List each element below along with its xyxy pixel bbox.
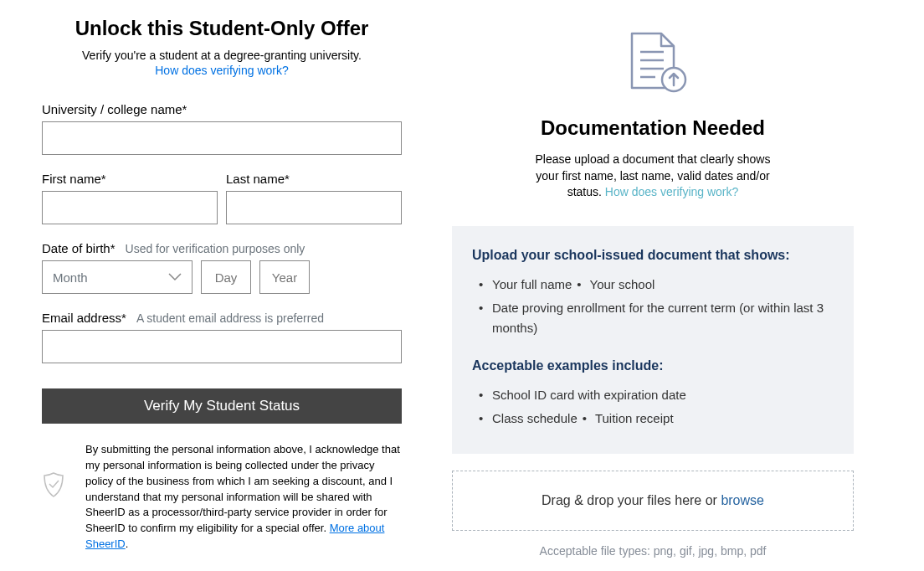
requirements-box: Upload your school-issued document that … <box>452 226 854 454</box>
email-input[interactable] <box>42 330 402 363</box>
shield-icon <box>42 471 67 502</box>
first-name-group: First name* <box>42 172 218 224</box>
verify-form: Unlock this Student-Only Offer Verify yo… <box>42 17 402 554</box>
disclaimer-row: By submitting the personal information a… <box>42 442 402 553</box>
dob-hint: Used for verification purposes only <box>126 242 305 255</box>
example-item: Class schedule• Tuition receipt <box>492 409 834 429</box>
email-hint: A student email address is preferred <box>136 311 324 325</box>
page-title: Unlock this Student-Only Offer <box>42 17 402 40</box>
doc-title: Documentation Needed <box>541 116 765 140</box>
examples-list: School ID card with expiration date Clas… <box>472 385 834 429</box>
month-select[interactable]: Month <box>42 260 192 294</box>
dob-label: Date of birth* <box>42 241 116 255</box>
last-name-input[interactable] <box>226 191 402 224</box>
university-group: University / college name* <box>42 102 402 155</box>
university-input[interactable] <box>42 121 402 155</box>
last-name-group: Last name* <box>226 172 402 224</box>
dob-group: Date of birth* Used for verification pur… <box>42 241 402 294</box>
browse-link[interactable]: browse <box>721 493 764 507</box>
page-subtitle: Verify you're a student at a degree-gran… <box>42 49 402 62</box>
last-name-label: Last name* <box>226 172 402 186</box>
dropzone-text: Drag & drop your files here or <box>542 493 721 507</box>
day-input[interactable] <box>201 260 251 294</box>
how-verifying-link[interactable]: How does verifying work? <box>42 64 402 77</box>
req-item: Date proving enrollment for the current … <box>492 298 834 338</box>
year-input[interactable] <box>259 260 310 294</box>
examples-heading: Acceptable examples include: <box>472 358 834 373</box>
month-placeholder: Month <box>53 270 88 285</box>
disclaimer-text: By submitting the personal information a… <box>77 442 402 553</box>
req-list: Your full name• Your school Date proving… <box>472 275 834 338</box>
doc-subtitle: Please upload a document that clearly sh… <box>527 152 778 201</box>
filetypes-text: Acceptable file types: png, gif, jpg, bm… <box>540 544 767 558</box>
first-name-input[interactable] <box>42 191 218 224</box>
document-icon <box>615 25 690 100</box>
example-item: School ID card with expiration date <box>492 385 834 405</box>
chevron-down-icon <box>168 270 182 284</box>
req-item: Your full name• Your school <box>492 275 834 295</box>
email-label: Email address* <box>42 311 126 325</box>
req-heading: Upload your school-issued document that … <box>472 248 834 263</box>
email-group: Email address* A student email address i… <box>42 311 402 363</box>
first-name-label: First name* <box>42 172 218 186</box>
university-label: University / college name* <box>42 102 402 116</box>
name-row: First name* Last name* <box>42 172 402 224</box>
documentation-panel: Documentation Needed Please upload a doc… <box>452 17 854 554</box>
file-dropzone[interactable]: Drag & drop your files here or browse <box>452 471 854 531</box>
verify-button[interactable]: Verify My Student Status <box>42 388 402 424</box>
doc-how-link[interactable]: How does verifying work? <box>605 185 739 198</box>
